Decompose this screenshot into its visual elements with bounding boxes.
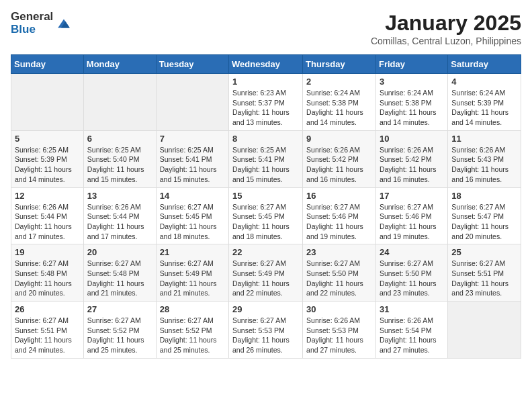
- calendar-cell: 31Sunrise: 6:26 AM Sunset: 5:54 PM Dayli…: [375, 302, 447, 359]
- day-number: 16: [306, 191, 372, 201]
- day-number: 15: [232, 191, 299, 201]
- calendar-cell: 16Sunrise: 6:27 AM Sunset: 5:46 PM Dayli…: [303, 187, 376, 244]
- day-number: 30: [306, 304, 372, 314]
- day-number: 27: [87, 304, 152, 314]
- day-number: 23: [306, 247, 372, 257]
- day-info: Sunrise: 6:26 AM Sunset: 5:53 PM Dayligh…: [306, 316, 372, 355]
- calendar-cell: 26Sunrise: 6:27 AM Sunset: 5:51 PM Dayli…: [11, 302, 84, 359]
- calendar-cell: 6Sunrise: 6:25 AM Sunset: 5:40 PM Daylig…: [83, 130, 156, 187]
- day-info: Sunrise: 6:26 AM Sunset: 5:44 PM Dayligh…: [87, 202, 152, 242]
- calendar-cell: 8Sunrise: 6:25 AM Sunset: 5:41 PM Daylig…: [229, 130, 303, 187]
- calendar-cell: 2Sunrise: 6:24 AM Sunset: 5:38 PM Daylig…: [303, 74, 376, 131]
- calendar-cell: 4Sunrise: 6:24 AM Sunset: 5:39 PM Daylig…: [448, 74, 521, 131]
- calendar-cell: 14Sunrise: 6:27 AM Sunset: 5:45 PM Dayli…: [156, 187, 228, 244]
- day-number: 28: [160, 304, 225, 314]
- logo-general: General: [11, 11, 53, 24]
- calendar-cell: 24Sunrise: 6:27 AM Sunset: 5:50 PM Dayli…: [375, 244, 447, 302]
- calendar-cell: 11Sunrise: 6:26 AM Sunset: 5:43 PM Dayli…: [448, 130, 521, 187]
- day-info: Sunrise: 6:27 AM Sunset: 5:50 PM Dayligh…: [380, 259, 444, 298]
- day-info: Sunrise: 6:27 AM Sunset: 5:48 PM Dayligh…: [87, 259, 152, 298]
- day-number: 8: [232, 134, 299, 144]
- day-info: Sunrise: 6:27 AM Sunset: 5:45 PM Dayligh…: [232, 202, 299, 242]
- calendar-cell: 21Sunrise: 6:27 AM Sunset: 5:49 PM Dayli…: [156, 244, 228, 302]
- calendar-week-row: 5Sunrise: 6:25 AM Sunset: 5:39 PM Daylig…: [11, 130, 521, 187]
- calendar-week-row: 1Sunrise: 6:23 AM Sunset: 5:37 PM Daylig…: [11, 74, 521, 131]
- calendar-cell: 10Sunrise: 6:26 AM Sunset: 5:42 PM Dayli…: [375, 130, 447, 187]
- calendar-cell: 22Sunrise: 6:27 AM Sunset: 5:49 PM Dayli…: [229, 244, 303, 302]
- calendar-table: SundayMondayTuesdayWednesdayThursdayFrid…: [11, 54, 521, 359]
- day-number: 6: [87, 134, 152, 144]
- calendar-cell: 25Sunrise: 6:27 AM Sunset: 5:51 PM Dayli…: [448, 244, 521, 302]
- calendar-cell: [11, 74, 84, 131]
- day-info: Sunrise: 6:27 AM Sunset: 5:52 PM Dayligh…: [87, 316, 152, 355]
- day-info: Sunrise: 6:25 AM Sunset: 5:41 PM Dayligh…: [160, 145, 225, 185]
- calendar-week-row: 26Sunrise: 6:27 AM Sunset: 5:51 PM Dayli…: [11, 302, 521, 359]
- calendar-cell: 1Sunrise: 6:23 AM Sunset: 5:37 PM Daylig…: [229, 74, 303, 131]
- day-number: 26: [15, 304, 80, 314]
- calendar-cell: [83, 74, 156, 131]
- day-number: 24: [380, 247, 444, 257]
- day-info: Sunrise: 6:24 AM Sunset: 5:38 PM Dayligh…: [306, 88, 372, 128]
- day-number: 17: [380, 191, 444, 201]
- day-number: 18: [451, 191, 517, 201]
- calendar-cell: 23Sunrise: 6:27 AM Sunset: 5:50 PM Dayli…: [303, 244, 376, 302]
- day-number: 19: [15, 247, 80, 257]
- calendar-week-row: 19Sunrise: 6:27 AM Sunset: 5:48 PM Dayli…: [11, 244, 521, 302]
- day-info: Sunrise: 6:27 AM Sunset: 5:52 PM Dayligh…: [160, 316, 225, 355]
- title-block: January 2025 Comillas, Central Luzon, Ph…: [371, 11, 521, 46]
- day-info: Sunrise: 6:25 AM Sunset: 5:41 PM Dayligh…: [232, 145, 299, 185]
- calendar-cell: 13Sunrise: 6:26 AM Sunset: 5:44 PM Dayli…: [83, 187, 156, 244]
- calendar-cell: 18Sunrise: 6:27 AM Sunset: 5:47 PM Dayli…: [448, 187, 521, 244]
- day-info: Sunrise: 6:23 AM Sunset: 5:37 PM Dayligh…: [232, 88, 299, 128]
- calendar-cell: 15Sunrise: 6:27 AM Sunset: 5:45 PM Dayli…: [229, 187, 303, 244]
- day-info: Sunrise: 6:27 AM Sunset: 5:46 PM Dayligh…: [380, 202, 444, 242]
- day-number: 1: [232, 77, 299, 87]
- calendar-cell: 19Sunrise: 6:27 AM Sunset: 5:48 PM Dayli…: [11, 244, 84, 302]
- day-number: 31: [380, 304, 444, 314]
- logo-icon: [56, 15, 72, 32]
- day-header-monday: Monday: [83, 55, 156, 74]
- page-header: General Blue January 2025 Comillas, Cent…: [11, 11, 521, 46]
- calendar-cell: 3Sunrise: 6:24 AM Sunset: 5:38 PM Daylig…: [375, 74, 447, 131]
- calendar-cell: 9Sunrise: 6:26 AM Sunset: 5:42 PM Daylig…: [303, 130, 376, 187]
- day-number: 13: [87, 191, 152, 201]
- day-number: 25: [451, 247, 517, 257]
- day-info: Sunrise: 6:24 AM Sunset: 5:39 PM Dayligh…: [451, 88, 517, 128]
- day-info: Sunrise: 6:27 AM Sunset: 5:49 PM Dayligh…: [160, 259, 225, 298]
- day-number: 3: [380, 77, 444, 87]
- day-header-thursday: Thursday: [303, 55, 376, 74]
- day-info: Sunrise: 6:27 AM Sunset: 5:48 PM Dayligh…: [15, 259, 80, 298]
- day-info: Sunrise: 6:24 AM Sunset: 5:38 PM Dayligh…: [380, 88, 444, 128]
- day-info: Sunrise: 6:27 AM Sunset: 5:51 PM Dayligh…: [15, 316, 80, 355]
- day-number: 20: [87, 247, 152, 257]
- calendar-week-row: 12Sunrise: 6:26 AM Sunset: 5:44 PM Dayli…: [11, 187, 521, 244]
- calendar-cell: 7Sunrise: 6:25 AM Sunset: 5:41 PM Daylig…: [156, 130, 228, 187]
- logo: General Blue: [11, 11, 72, 36]
- day-number: 11: [451, 134, 517, 144]
- day-info: Sunrise: 6:26 AM Sunset: 5:42 PM Dayligh…: [380, 145, 444, 185]
- calendar-cell: 20Sunrise: 6:27 AM Sunset: 5:48 PM Dayli…: [83, 244, 156, 302]
- day-number: 2: [306, 77, 372, 87]
- day-info: Sunrise: 6:26 AM Sunset: 5:43 PM Dayligh…: [451, 145, 517, 185]
- calendar-cell: 30Sunrise: 6:26 AM Sunset: 5:53 PM Dayli…: [303, 302, 376, 359]
- day-number: 5: [15, 134, 80, 144]
- calendar-cell: 27Sunrise: 6:27 AM Sunset: 5:52 PM Dayli…: [83, 302, 156, 359]
- calendar-cell: 12Sunrise: 6:26 AM Sunset: 5:44 PM Dayli…: [11, 187, 84, 244]
- day-header-friday: Friday: [375, 55, 447, 74]
- day-info: Sunrise: 6:25 AM Sunset: 5:39 PM Dayligh…: [15, 145, 80, 185]
- day-info: Sunrise: 6:26 AM Sunset: 5:54 PM Dayligh…: [380, 316, 444, 355]
- day-number: 9: [306, 134, 372, 144]
- logo-blue: Blue: [11, 24, 53, 36]
- day-number: 7: [160, 134, 225, 144]
- day-number: 12: [15, 191, 80, 201]
- day-info: Sunrise: 6:27 AM Sunset: 5:50 PM Dayligh…: [306, 259, 372, 298]
- location: Comillas, Central Luzon, Philippines: [371, 36, 521, 46]
- month-title: January 2025: [371, 11, 521, 36]
- day-info: Sunrise: 6:27 AM Sunset: 5:51 PM Dayligh…: [451, 259, 517, 298]
- day-info: Sunrise: 6:27 AM Sunset: 5:47 PM Dayligh…: [451, 202, 517, 242]
- day-number: 29: [232, 304, 299, 314]
- day-number: 10: [380, 134, 444, 144]
- calendar-cell: 17Sunrise: 6:27 AM Sunset: 5:46 PM Dayli…: [375, 187, 447, 244]
- day-number: 21: [160, 247, 225, 257]
- day-info: Sunrise: 6:27 AM Sunset: 5:46 PM Dayligh…: [306, 202, 372, 242]
